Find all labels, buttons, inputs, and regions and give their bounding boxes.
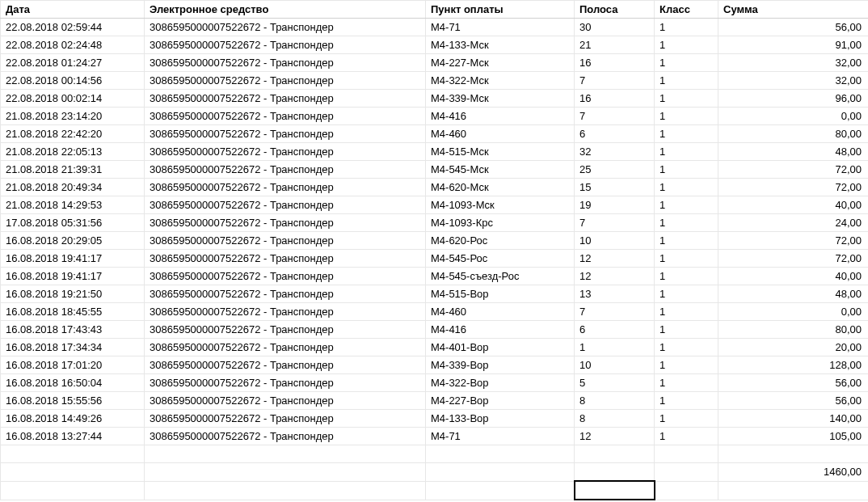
cell-device[interactable]: 3086595000007522672 - Транспондер bbox=[145, 268, 426, 285]
cell-date[interactable]: 16.08.2018 17:34:34 bbox=[1, 339, 145, 356]
cell-lane[interactable]: 8 bbox=[575, 392, 655, 410]
cell-point[interactable]: M4-71 bbox=[426, 428, 575, 445]
cell-sum[interactable]: 105,00 bbox=[718, 428, 869, 445]
cell-date[interactable]: 22.08.2018 01:24:27 bbox=[1, 54, 145, 72]
cell-lane[interactable]: 8 bbox=[575, 410, 655, 428]
cell-sum[interactable]: 32,00 bbox=[718, 54, 869, 72]
cell-date[interactable]: 16.08.2018 19:41:17 bbox=[1, 250, 145, 268]
empty-cell[interactable] bbox=[655, 481, 718, 500]
cell-date[interactable]: 21.08.2018 22:42:20 bbox=[1, 125, 145, 143]
cell-sum[interactable]: 91,00 bbox=[718, 36, 869, 54]
cell-date[interactable]: 16.08.2018 13:27:44 bbox=[1, 428, 145, 445]
cell-lane[interactable]: 1 bbox=[575, 339, 655, 356]
cell-point[interactable]: M4-133-Вор bbox=[426, 410, 575, 428]
cell-date[interactable]: 16.08.2018 18:45:55 bbox=[1, 303, 145, 321]
cell-lane[interactable]: 10 bbox=[575, 356, 655, 374]
cell-point[interactable]: M4-515-Мск bbox=[426, 143, 575, 161]
cell-device[interactable]: 3086595000007522672 - Транспондер bbox=[145, 108, 426, 125]
cell-device[interactable]: 3086595000007522672 - Транспондер bbox=[145, 125, 426, 143]
cell-device[interactable]: 3086595000007522672 - Транспондер bbox=[145, 90, 426, 108]
cell-sum[interactable]: 80,00 bbox=[718, 125, 869, 143]
cell-lane[interactable]: 6 bbox=[575, 321, 655, 339]
table-row[interactable]: 16.08.2018 15:55:563086595000007522672 -… bbox=[1, 392, 869, 410]
cell-sum[interactable]: 96,00 bbox=[718, 90, 869, 108]
cell-sum[interactable]: 72,00 bbox=[718, 250, 869, 268]
cell-class[interactable]: 1 bbox=[655, 339, 718, 356]
cell-sum[interactable]: 48,00 bbox=[718, 285, 869, 303]
empty-cell[interactable] bbox=[426, 481, 575, 500]
cell-class[interactable]: 1 bbox=[655, 108, 718, 125]
cell-point[interactable]: M4-322-Вор bbox=[426, 374, 575, 392]
cell-class[interactable]: 1 bbox=[655, 54, 718, 72]
cell-point[interactable]: M4-339-Вор bbox=[426, 356, 575, 374]
cell-class[interactable]: 1 bbox=[655, 36, 718, 54]
cell-lane[interactable]: 12 bbox=[575, 268, 655, 285]
cell-point[interactable]: M4-401-Вор bbox=[426, 339, 575, 356]
table-row[interactable]: 21.08.2018 22:05:133086595000007522672 -… bbox=[1, 143, 869, 161]
cell-date[interactable]: 17.08.2018 05:31:56 bbox=[1, 214, 145, 232]
cell-sum[interactable]: 56,00 bbox=[718, 392, 869, 410]
cell-point[interactable]: M4-322-Мск bbox=[426, 72, 575, 90]
cell-date[interactable]: 21.08.2018 23:14:20 bbox=[1, 108, 145, 125]
table-row[interactable]: 17.08.2018 05:31:563086595000007522672 -… bbox=[1, 214, 869, 232]
cell-lane[interactable]: 15 bbox=[575, 179, 655, 196]
cell-sum[interactable]: 80,00 bbox=[718, 321, 869, 339]
cell-sum[interactable]: 0,00 bbox=[718, 303, 869, 321]
cell-class[interactable]: 1 bbox=[655, 268, 718, 285]
cell-class[interactable]: 1 bbox=[655, 72, 718, 90]
table-row[interactable]: 16.08.2018 17:34:343086595000007522672 -… bbox=[1, 339, 869, 356]
cell-point[interactable]: M4-545-съезд-Рос bbox=[426, 268, 575, 285]
cell-point[interactable]: M4-460 bbox=[426, 125, 575, 143]
cell-device[interactable]: 3086595000007522672 - Транспондер bbox=[145, 250, 426, 268]
cell-point[interactable]: M4-460 bbox=[426, 303, 575, 321]
table-row[interactable]: 16.08.2018 19:21:503086595000007522672 -… bbox=[1, 285, 869, 303]
cell-device[interactable]: 3086595000007522672 - Транспондер bbox=[145, 321, 426, 339]
table-row[interactable]: 22.08.2018 02:59:443086595000007522672 -… bbox=[1, 19, 869, 36]
table-row[interactable]: 21.08.2018 21:39:313086595000007522672 -… bbox=[1, 161, 869, 179]
cell-class[interactable]: 1 bbox=[655, 392, 718, 410]
cell-date[interactable]: 21.08.2018 21:39:31 bbox=[1, 161, 145, 179]
cell-class[interactable]: 1 bbox=[655, 179, 718, 196]
cell-device[interactable]: 3086595000007522672 - Транспондер bbox=[145, 143, 426, 161]
cell-class[interactable]: 1 bbox=[655, 214, 718, 232]
cell-date[interactable]: 22.08.2018 00:02:14 bbox=[1, 90, 145, 108]
cell-class[interactable]: 1 bbox=[655, 232, 718, 250]
cell-date[interactable]: 16.08.2018 16:50:04 bbox=[1, 374, 145, 392]
cell-point[interactable]: M4-515-Вор bbox=[426, 285, 575, 303]
cell-date[interactable]: 16.08.2018 19:21:50 bbox=[1, 285, 145, 303]
cell-point[interactable]: M4-1093-Мск bbox=[426, 196, 575, 214]
cell-sum[interactable]: 24,00 bbox=[718, 214, 869, 232]
cell-device[interactable]: 3086595000007522672 - Транспондер bbox=[145, 339, 426, 356]
cell-lane[interactable]: 5 bbox=[575, 374, 655, 392]
cell-lane[interactable]: 32 bbox=[575, 143, 655, 161]
cell-lane[interactable]: 7 bbox=[575, 108, 655, 125]
cell-sum[interactable]: 72,00 bbox=[718, 179, 869, 196]
cell-lane[interactable]: 16 bbox=[575, 54, 655, 72]
cell-lane[interactable]: 10 bbox=[575, 232, 655, 250]
cell-class[interactable]: 1 bbox=[655, 374, 718, 392]
table-row[interactable]: 16.08.2018 18:45:553086595000007522672 -… bbox=[1, 303, 869, 321]
cell-class[interactable]: 1 bbox=[655, 125, 718, 143]
cell-date[interactable]: 22.08.2018 02:59:44 bbox=[1, 19, 145, 36]
cell-sum[interactable]: 40,00 bbox=[718, 196, 869, 214]
cell-lane[interactable]: 16 bbox=[575, 90, 655, 108]
cell-point[interactable]: M4-133-Мск bbox=[426, 36, 575, 54]
empty-cell[interactable] bbox=[718, 481, 869, 500]
cell-point[interactable]: M4-339-Мск bbox=[426, 90, 575, 108]
cell-class[interactable]: 1 bbox=[655, 19, 718, 36]
cell-lane[interactable]: 7 bbox=[575, 214, 655, 232]
table-row[interactable]: 21.08.2018 23:14:203086595000007522672 -… bbox=[1, 108, 869, 125]
cell-sum[interactable]: 56,00 bbox=[718, 374, 869, 392]
table-row[interactable]: 16.08.2018 17:43:433086595000007522672 -… bbox=[1, 321, 869, 339]
cell-point[interactable]: M4-416 bbox=[426, 321, 575, 339]
cell-sum[interactable]: 128,00 bbox=[718, 356, 869, 374]
cell-device[interactable]: 3086595000007522672 - Транспондер bbox=[145, 214, 426, 232]
cell-device[interactable]: 3086595000007522672 - Транспондер bbox=[145, 392, 426, 410]
cell-lane[interactable]: 7 bbox=[575, 303, 655, 321]
cell-date[interactable]: 22.08.2018 02:24:48 bbox=[1, 36, 145, 54]
cell-lane[interactable]: 30 bbox=[575, 19, 655, 36]
cell-device[interactable]: 3086595000007522672 - Транспондер bbox=[145, 303, 426, 321]
table-row[interactable]: 16.08.2018 17:01:203086595000007522672 -… bbox=[1, 356, 869, 374]
cell-device[interactable]: 3086595000007522672 - Транспондер bbox=[145, 54, 426, 72]
cell-class[interactable]: 1 bbox=[655, 303, 718, 321]
